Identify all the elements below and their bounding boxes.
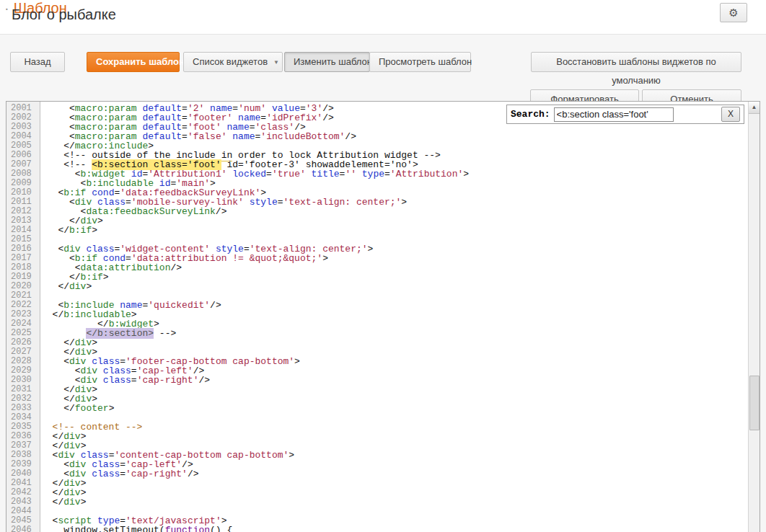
- code-line[interactable]: <data:feedbackSurveyLink/>: [41, 207, 749, 216]
- code-line[interactable]: </div>: [41, 432, 749, 441]
- code-line[interactable]: <!-- content -->: [41, 422, 749, 432]
- code-line[interactable]: </div>: [41, 479, 749, 488]
- restore-widget-templates-button[interactable]: Восстановить шаблоны виджетов по умолчан…: [531, 52, 741, 72]
- code-line[interactable]: <data:attribution/>: [41, 263, 749, 272]
- code-line[interactable]: [41, 413, 749, 422]
- line-number-gutter: 2001200220032004200520062007200820092010…: [6, 102, 40, 532]
- back-button[interactable]: Назад: [10, 52, 65, 72]
- code-line[interactable]: </div>: [41, 385, 749, 394]
- search-label: Search:: [511, 109, 550, 120]
- blog-title: Блог о рыбалке: [12, 6, 116, 23]
- code-line[interactable]: </div>: [41, 216, 749, 226]
- code-line[interactable]: </div>: [41, 497, 749, 507]
- search-input[interactable]: [554, 107, 674, 122]
- code-line[interactable]: </div>: [41, 488, 749, 497]
- toolbar-left: НазадСохранить шаблонСписок виджетов▼Изм…: [10, 52, 471, 72]
- search-bar: Search: X: [506, 105, 744, 124]
- widgets-list-dropdown[interactable]: Список виджетов▼: [183, 52, 283, 72]
- settings-button[interactable]: ⚙: [720, 3, 747, 22]
- code-line[interactable]: </b:if>: [41, 272, 749, 282]
- code-area[interactable]: <macro:param default='2' name='num' valu…: [41, 104, 749, 532]
- template-code-editor[interactable]: 2001200220032004200520062007200820092010…: [6, 101, 760, 532]
- code-line[interactable]: </div>: [41, 338, 749, 347]
- scroll-up-arrow-icon[interactable]: ▲: [749, 102, 760, 114]
- search-close-button[interactable]: X: [721, 107, 740, 122]
- code-line[interactable]: window.setTimeout(function() {: [41, 526, 749, 532]
- code-line[interactable]: </div>: [41, 282, 749, 291]
- code-line[interactable]: <div class='cap-right'/>: [41, 376, 749, 385]
- widgets-list-label: Список виджетов: [193, 56, 268, 67]
- code-line[interactable]: </div>: [41, 394, 749, 404]
- chevron-down-icon: ▼: [273, 59, 279, 66]
- edit-template-button[interactable]: Изменить шаблон: [284, 52, 370, 72]
- scrollbar-thumb[interactable]: [749, 376, 760, 430]
- vertical-scrollbar[interactable]: ▲: [748, 102, 760, 532]
- preview-template-button[interactable]: Просмотреть шаблон: [369, 52, 471, 72]
- save-template-button[interactable]: Сохранить шаблон: [87, 52, 180, 72]
- code-line[interactable]: <b:include name='quickedit'/>: [41, 301, 749, 310]
- code-line[interactable]: </b:if>: [41, 226, 749, 235]
- code-line[interactable]: </b:section> -->: [41, 329, 749, 338]
- line-number: 2046: [6, 526, 40, 532]
- code-line[interactable]: <div class='cap-right'/>: [41, 469, 749, 479]
- gear-icon: ⚙: [728, 6, 738, 19]
- code-line[interactable]: </footer>: [41, 404, 749, 413]
- breadcrumb-separator: ·: [4, 0, 9, 16]
- page-header: Блог о рыбалке·Шаблон ⚙: [0, 0, 766, 35]
